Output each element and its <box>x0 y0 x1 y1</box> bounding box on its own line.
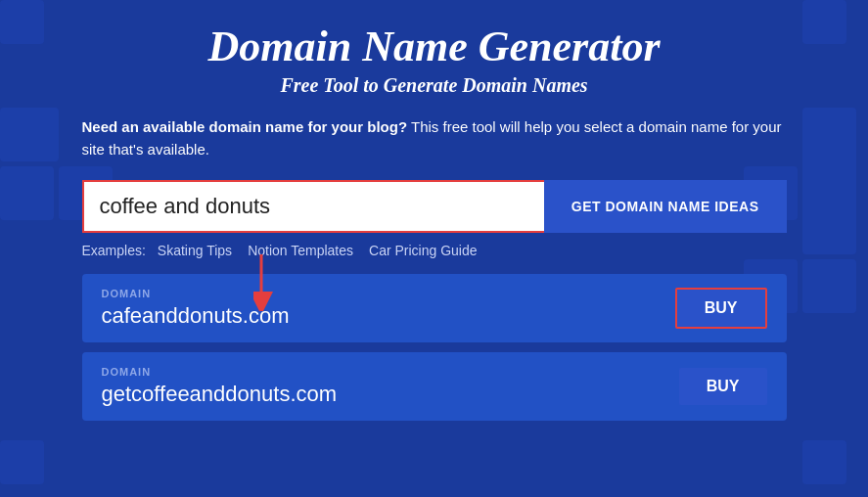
description-bold: Need an available domain name for your b… <box>82 118 408 135</box>
example-link-car[interactable]: Car Pricing Guide <box>369 243 478 258</box>
main-content: Domain Name Generator Free Tool to Gener… <box>43 0 826 454</box>
page-title: Domain Name Generator <box>82 23 787 70</box>
red-arrow-icon <box>253 252 283 311</box>
example-link-skating[interactable]: Skating Tips <box>158 243 232 258</box>
domain-result-1: DOMAIN cafeanddonuts.com BUY <box>82 274 787 342</box>
buy-button-2[interactable]: BUY <box>679 368 767 405</box>
domain-name-2: getcoffeeanddonuts.com <box>102 382 338 407</box>
search-button[interactable]: GET DOMAIN NAME IDEAS <box>544 180 787 233</box>
domain-result-2: DOMAIN getcoffeeanddonuts.com BUY <box>82 352 787 421</box>
examples-label: Examples: <box>82 243 146 258</box>
examples-row: Examples: Skating Tips Notion Templates … <box>82 243 787 258</box>
search-input[interactable] <box>82 180 544 233</box>
domain-info-2: DOMAIN getcoffeeanddonuts.com <box>102 366 338 407</box>
buy-button-1[interactable]: BUY <box>675 288 767 329</box>
search-row: GET DOMAIN NAME IDEAS <box>82 180 787 233</box>
description-text: Need an available domain name for your b… <box>82 116 787 160</box>
arrow-annotation: Notion Templates <box>244 243 357 258</box>
page-subtitle: Free Tool to Generate Domain Names <box>82 74 787 97</box>
domain-label-2: DOMAIN <box>102 366 338 378</box>
